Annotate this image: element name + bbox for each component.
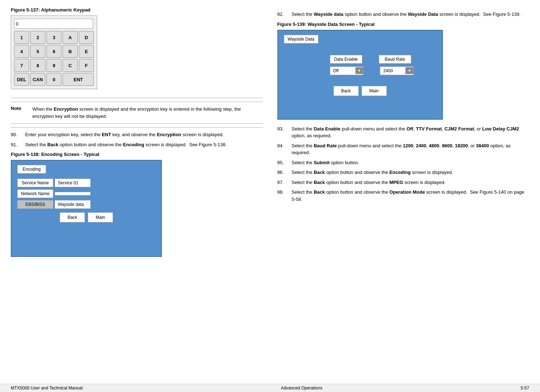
steps-92: 92. Select the Wayside data option butto… bbox=[277, 11, 530, 18]
steps-93-98: 93. Select the Data Enable pull-down men… bbox=[277, 125, 530, 203]
network-name-value bbox=[55, 192, 91, 195]
key-3[interactable]: 3 bbox=[46, 31, 62, 44]
key-B[interactable]: B bbox=[63, 45, 78, 58]
step-97: 97. Select the Back option button and ob… bbox=[277, 179, 530, 186]
step-96-num: 96. bbox=[277, 169, 292, 176]
footer-center: Advanced Operations bbox=[281, 386, 322, 391]
step-92-text: Select the Wayside data option button an… bbox=[292, 11, 530, 18]
key-4[interactable]: 4 bbox=[14, 45, 29, 58]
key-9[interactable]: 9 bbox=[46, 59, 62, 72]
key-1[interactable]: 1 bbox=[14, 31, 29, 44]
wayside-back-button[interactable]: Back bbox=[333, 86, 359, 96]
step-90-num: 90. bbox=[11, 131, 25, 138]
key-E[interactable]: E bbox=[79, 45, 94, 58]
network-name-row: Network Name bbox=[17, 189, 155, 198]
note-label: Note bbox=[11, 106, 32, 120]
key-D[interactable]: D bbox=[79, 31, 94, 44]
encoding-btn-row: Back Main bbox=[17, 212, 155, 222]
step-92: 92. Select the Wayside data option butto… bbox=[277, 11, 530, 18]
step-90: 90. Enter your encryption key, select th… bbox=[11, 131, 263, 138]
key-5[interactable]: 5 bbox=[30, 45, 45, 58]
ebs-biss-label: EBS/BISS bbox=[17, 200, 53, 209]
figure-137-title: Figure 5-137: Alphanumeric Keypad bbox=[11, 7, 263, 13]
step-97-num: 97. bbox=[277, 179, 292, 186]
step-98-num: 98. bbox=[277, 189, 292, 203]
key-DEL[interactable]: DEL bbox=[14, 73, 29, 86]
step-94-num: 94. bbox=[277, 142, 292, 156]
key-8[interactable]: 8 bbox=[30, 59, 45, 72]
key-A[interactable]: A bbox=[63, 31, 78, 44]
encoding-screen: Encoding Service Name Service 01 Network… bbox=[11, 160, 162, 257]
step-95: 95. Select the Submit option button. bbox=[277, 159, 530, 166]
step-98-text: Select the Back option button and observ… bbox=[292, 189, 530, 203]
wayside-main-button[interactable]: Main bbox=[362, 86, 387, 96]
key-ENT[interactable]: ENT bbox=[63, 73, 94, 86]
network-name-label: Network Name bbox=[17, 189, 53, 198]
keypad-container: 0 1 2 3 A D 4 5 6 B E 7 8 bbox=[11, 15, 97, 89]
data-enable-dropdown[interactable]: Off ▼ bbox=[330, 66, 364, 75]
footer-left: MTX5000 User and Technical Manual bbox=[11, 386, 83, 391]
service-name-value: Service 01 bbox=[55, 179, 91, 187]
step-91-text: Select the Back option button and observ… bbox=[25, 141, 263, 148]
step-90-text: Enter your encryption key, select the EN… bbox=[25, 131, 263, 138]
wayside-screen: Wayside Data Data Enable Baud Rate Off ▼ bbox=[277, 30, 443, 120]
footer-right: 5-57 bbox=[521, 386, 529, 391]
dropdowns-row: Off ▼ 2400 ▼ bbox=[284, 66, 436, 75]
data-enable-label: Data Enable bbox=[330, 55, 362, 64]
encoding-header-label: Encoding bbox=[17, 165, 46, 174]
right-column: 92. Select the Wayside data option butto… bbox=[277, 7, 530, 257]
step-95-text: Select the Submit option button. bbox=[292, 159, 530, 166]
key-6[interactable]: 6 bbox=[46, 45, 62, 58]
step-98: 98. Select the Back option button and ob… bbox=[277, 189, 530, 203]
step-95-num: 95. bbox=[277, 159, 292, 166]
note-box: Note When the Encryption screen is displ… bbox=[11, 102, 263, 124]
steps-90-91: 90. Enter your encryption key, select th… bbox=[11, 131, 263, 148]
keypad-display-value: 0 bbox=[16, 21, 18, 27]
baud-rate-dropdown[interactable]: 2400 ▼ bbox=[380, 66, 414, 75]
step-94: 94. Select the Baud Rate pull-down menu … bbox=[277, 142, 530, 156]
step-92-num: 92. bbox=[277, 11, 292, 18]
service-name-row: Service Name Service 01 bbox=[17, 179, 155, 187]
step-93-text: Select the Data Enable pull-down menu an… bbox=[292, 125, 530, 139]
key-0[interactable]: 0 bbox=[46, 73, 62, 86]
step-96: 96. Select the Back option button and ob… bbox=[277, 169, 530, 176]
key-C[interactable]: C bbox=[63, 59, 78, 72]
footer: MTX5000 User and Technical Manual Advanc… bbox=[0, 384, 540, 392]
keypad-display: 0 bbox=[14, 19, 93, 29]
key-2[interactable]: 2 bbox=[30, 31, 45, 44]
step-93: 93. Select the Data Enable pull-down men… bbox=[277, 125, 530, 139]
note-text: When the Encryption screen is displayed … bbox=[32, 106, 263, 120]
baud-rate-label: Baud Rate bbox=[379, 55, 411, 64]
page: Figure 5-137: Alphanumeric Keypad 0 1 2 … bbox=[0, 0, 540, 392]
step-94-text: Select the Baud Rate pull-down menu and … bbox=[292, 142, 530, 156]
data-enable-arrow-icon[interactable]: ▼ bbox=[355, 67, 363, 74]
key-7[interactable]: 7 bbox=[14, 59, 29, 72]
encoding-back-button[interactable]: Back bbox=[60, 212, 85, 222]
data-enable-value: Off bbox=[330, 67, 355, 75]
data-enable-row: Data Enable Baud Rate bbox=[284, 55, 436, 64]
key-F[interactable]: F bbox=[79, 59, 94, 72]
step-96-text: Select the Back option button and observ… bbox=[292, 169, 530, 176]
keypad-grid: 1 2 3 A D 4 5 6 B E 7 8 9 C F bbox=[14, 31, 94, 86]
figure-139-title: Figure 5-139: Wayside Data Screen - Typi… bbox=[277, 22, 530, 27]
step-91-num: 91. bbox=[11, 141, 25, 148]
wayside-data-button[interactable]: Wayside data bbox=[55, 200, 91, 209]
key-CAN[interactable]: CAN bbox=[30, 73, 45, 86]
step-91: 91. Select the Back option button and ob… bbox=[11, 141, 263, 148]
step-97-text: Select the Back option button and observ… bbox=[292, 179, 530, 186]
ebs-biss-row: EBS/BISS Wayside data bbox=[17, 200, 155, 209]
wayside-btn-row: Back Main bbox=[284, 86, 436, 96]
baud-rate-arrow-icon[interactable]: ▼ bbox=[405, 67, 413, 74]
wayside-header-label: Wayside Data bbox=[284, 35, 318, 43]
figure-138-title: Figure 5-138: Encoding Screen - Typical bbox=[11, 152, 263, 157]
step-93-num: 93. bbox=[277, 125, 292, 139]
service-name-label: Service Name bbox=[17, 179, 53, 187]
left-column: Figure 5-137: Alphanumeric Keypad 0 1 2 … bbox=[11, 7, 263, 257]
baud-rate-value: 2400 bbox=[380, 67, 405, 75]
encoding-main-button[interactable]: Main bbox=[88, 212, 113, 222]
